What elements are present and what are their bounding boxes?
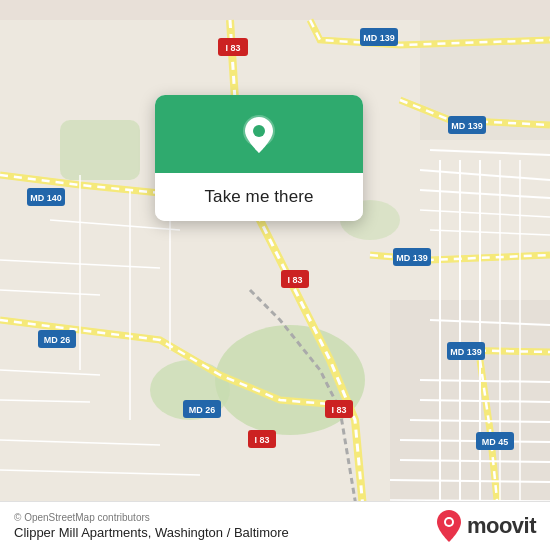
svg-text:I 83: I 83 [225, 43, 240, 53]
map-container: MD 139 I 83 MD 139 MD 140 MD 139 I 83 MD… [0, 0, 550, 550]
moovit-text: moovit [467, 513, 536, 539]
moovit-logo[interactable]: moovit [436, 510, 536, 542]
svg-text:I 83: I 83 [331, 405, 346, 415]
svg-text:MD 45: MD 45 [482, 437, 509, 447]
take-me-there-button[interactable]: Take me there [155, 173, 363, 221]
svg-text:MD 26: MD 26 [189, 405, 216, 415]
map-background: MD 139 I 83 MD 139 MD 140 MD 139 I 83 MD… [0, 0, 550, 550]
bottom-bar: © OpenStreetMap contributors Clipper Mil… [0, 501, 550, 550]
svg-point-60 [253, 125, 265, 137]
bottom-left: © OpenStreetMap contributors Clipper Mil… [14, 512, 289, 540]
svg-rect-3 [60, 120, 140, 180]
osm-credit: © OpenStreetMap contributors [14, 512, 289, 523]
svg-text:MD 139: MD 139 [396, 253, 428, 263]
popup-icon-area [155, 95, 363, 173]
svg-text:MD 139: MD 139 [363, 33, 395, 43]
svg-text:I 83: I 83 [287, 275, 302, 285]
moovit-pin-icon [436, 510, 462, 542]
svg-text:I 83: I 83 [254, 435, 269, 445]
svg-point-62 [446, 519, 452, 525]
svg-text:MD 140: MD 140 [30, 193, 62, 203]
location-popup: Take me there [155, 95, 363, 221]
svg-text:MD 139: MD 139 [450, 347, 482, 357]
location-label: Clipper Mill Apartments, Washington / Ba… [14, 525, 289, 540]
svg-text:MD 139: MD 139 [451, 121, 483, 131]
svg-text:MD 26: MD 26 [44, 335, 71, 345]
svg-rect-5 [390, 300, 550, 530]
location-pin-icon [237, 113, 281, 157]
